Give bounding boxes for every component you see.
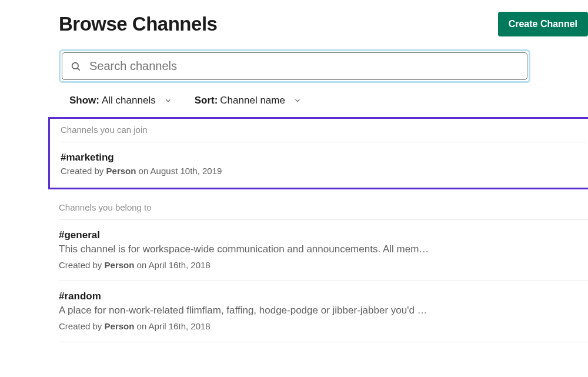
channel-meta: Created by Person on August 10th, 2019	[61, 166, 586, 176]
channel-desc: A place for non-work-related flimflam, f…	[59, 305, 588, 316]
browse-channels-page: Browse Channels Create Channel Show: All…	[59, 12, 588, 342]
search-inner[interactable]	[62, 52, 527, 80]
show-value: All channels	[102, 95, 156, 106]
meta-suffix: on April 16th, 2018	[134, 260, 210, 270]
meta-prefix: Created by	[59, 321, 105, 331]
search-input[interactable]	[89, 59, 519, 73]
sort-filter[interactable]: Sort: Channel name	[195, 95, 302, 106]
sort-value: Channel name	[220, 95, 285, 106]
section-header-belong: Channels you belong to	[59, 196, 588, 220]
channel-name: #random	[59, 291, 588, 302]
meta-person: Person	[105, 321, 135, 331]
search-icon	[71, 61, 81, 72]
filter-row: Show: All channels Sort: Channel name	[59, 95, 588, 106]
svg-point-0	[72, 62, 79, 69]
channel-item-marketing[interactable]: #marketing Created by Person on August 1…	[61, 142, 586, 188]
channel-meta: Created by Person on April 16th, 2018	[59, 321, 588, 331]
channel-name: #general	[59, 229, 588, 241]
svg-line-1	[78, 68, 80, 70]
show-label: Show:	[69, 95, 99, 106]
chevron-down-icon	[293, 96, 302, 105]
show-filter[interactable]: Show: All channels	[69, 95, 172, 106]
meta-suffix: on August 10th, 2019	[136, 166, 222, 176]
sort-label: Sort:	[195, 95, 218, 106]
page-title: Browse Channels	[59, 13, 217, 35]
meta-person: Person	[106, 166, 136, 176]
create-channel-button[interactable]: Create Channel	[498, 12, 588, 36]
meta-prefix: Created by	[59, 260, 105, 270]
meta-suffix: on April 16th, 2018	[134, 321, 210, 331]
channel-desc: This channel is for workspace-wide commu…	[59, 243, 588, 255]
meta-prefix: Created by	[61, 166, 106, 176]
channel-item-random[interactable]: #random A place for non-work-related fli…	[59, 281, 588, 342]
channel-name: #marketing	[61, 152, 586, 164]
channel-meta: Created by Person on April 16th, 2018	[59, 260, 588, 270]
chevron-down-icon	[164, 96, 172, 105]
belong-section: Channels you belong to #general This cha…	[59, 196, 588, 342]
search-wrap	[59, 49, 530, 83]
meta-person: Person	[105, 260, 135, 270]
section-header-can-join: Channels you can join	[61, 119, 586, 142]
can-join-section: Channels you can join #marketing Created…	[48, 117, 588, 189]
channel-item-general[interactable]: #general This channel is for workspace-w…	[59, 220, 588, 281]
header-row: Browse Channels Create Channel	[59, 12, 588, 36]
